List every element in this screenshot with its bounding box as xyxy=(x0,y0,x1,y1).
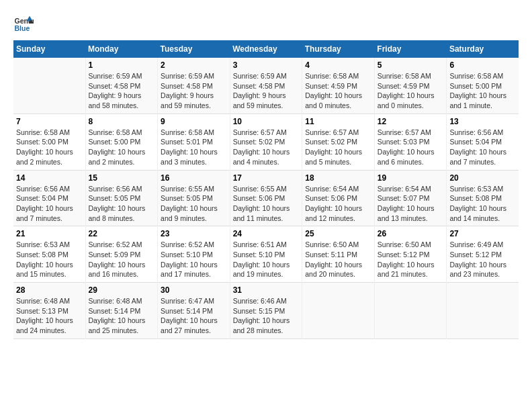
day-number: 1 xyxy=(89,60,155,70)
day-info: Sunrise: 6:58 AMSunset: 4:59 PMDaylight:… xyxy=(378,71,444,111)
day-cell xyxy=(302,283,375,339)
day-number: 16 xyxy=(161,173,227,183)
day-number: 12 xyxy=(378,117,444,126)
day-info: Sunrise: 6:54 AMSunset: 5:07 PMDaylight:… xyxy=(378,184,444,224)
day-info: Sunrise: 6:59 AMSunset: 4:58 PMDaylight:… xyxy=(233,71,300,111)
day-info: Sunrise: 6:59 AMSunset: 4:58 PMDaylight:… xyxy=(161,71,227,111)
day-info: Sunrise: 6:50 AMSunset: 5:11 PMDaylight:… xyxy=(305,240,371,279)
day-cell: 2Sunrise: 6:59 AMSunset: 4:58 PMDaylight… xyxy=(158,58,230,113)
day-cell: 27Sunrise: 6:49 AMSunset: 5:12 PMDayligh… xyxy=(447,226,519,283)
day-cell: 12Sunrise: 6:57 AMSunset: 5:03 PMDayligh… xyxy=(374,113,447,170)
column-header-friday: Friday xyxy=(374,40,447,58)
day-cell: 20Sunrise: 6:53 AMSunset: 5:08 PMDayligh… xyxy=(447,170,519,226)
column-header-saturday: Saturday xyxy=(447,40,519,58)
day-cell xyxy=(374,283,447,339)
day-cell xyxy=(13,58,85,113)
day-number: 9 xyxy=(161,117,227,126)
day-number: 27 xyxy=(449,229,516,238)
day-number: 29 xyxy=(89,285,155,295)
day-info: Sunrise: 6:55 AMSunset: 5:06 PMDaylight:… xyxy=(233,184,300,224)
day-info: Sunrise: 6:58 AMSunset: 5:00 PMDaylight:… xyxy=(16,128,83,167)
day-number: 31 xyxy=(233,285,300,295)
day-info: Sunrise: 6:48 AMSunset: 5:14 PMDaylight:… xyxy=(89,296,155,336)
day-cell: 25Sunrise: 6:50 AMSunset: 5:11 PMDayligh… xyxy=(302,226,375,283)
day-number: 18 xyxy=(305,173,371,183)
day-info: Sunrise: 6:54 AMSunset: 5:06 PMDaylight:… xyxy=(305,184,371,224)
day-cell: 15Sunrise: 6:56 AMSunset: 5:05 PMDayligh… xyxy=(85,170,158,226)
day-info: Sunrise: 6:58 AMSunset: 5:01 PMDaylight:… xyxy=(161,128,227,167)
day-cell: 8Sunrise: 6:58 AMSunset: 5:00 PMDaylight… xyxy=(85,113,158,170)
day-cell: 6Sunrise: 6:58 AMSunset: 5:00 PMDaylight… xyxy=(447,58,519,113)
day-info: Sunrise: 6:53 AMSunset: 5:08 PMDaylight:… xyxy=(449,184,516,224)
day-info: Sunrise: 6:51 AMSunset: 5:10 PMDaylight:… xyxy=(233,240,300,279)
day-number: 14 xyxy=(16,173,83,183)
day-number: 22 xyxy=(89,229,155,238)
day-number: 25 xyxy=(305,229,371,238)
day-info: Sunrise: 6:58 AMSunset: 4:59 PMDaylight:… xyxy=(305,71,371,111)
day-number: 10 xyxy=(233,117,300,126)
day-info: Sunrise: 6:57 AMSunset: 5:02 PMDaylight:… xyxy=(305,128,371,167)
week-row: 7Sunrise: 6:58 AMSunset: 5:00 PMDaylight… xyxy=(13,113,519,170)
day-info: Sunrise: 6:50 AMSunset: 5:12 PMDaylight:… xyxy=(378,240,444,279)
day-info: Sunrise: 6:56 AMSunset: 5:04 PMDaylight:… xyxy=(16,184,83,224)
day-info: Sunrise: 6:48 AMSunset: 5:13 PMDaylight:… xyxy=(16,296,83,336)
day-cell: 31Sunrise: 6:46 AMSunset: 5:15 PMDayligh… xyxy=(230,283,302,339)
day-cell: 29Sunrise: 6:48 AMSunset: 5:14 PMDayligh… xyxy=(85,283,158,339)
calendar-header: SundayMondayTuesdayWednesdayThursdayFrid… xyxy=(13,40,519,58)
day-cell: 3Sunrise: 6:59 AMSunset: 4:58 PMDaylight… xyxy=(230,58,302,113)
day-info: Sunrise: 6:52 AMSunset: 5:10 PMDaylight:… xyxy=(161,240,227,279)
day-cell: 7Sunrise: 6:58 AMSunset: 5:00 PMDaylight… xyxy=(13,113,85,170)
day-cell: 26Sunrise: 6:50 AMSunset: 5:12 PMDayligh… xyxy=(374,226,447,283)
calendar-body: 1Sunrise: 6:59 AMSunset: 4:58 PMDaylight… xyxy=(13,58,519,338)
day-cell: 11Sunrise: 6:57 AMSunset: 5:02 PMDayligh… xyxy=(302,113,375,170)
day-number: 11 xyxy=(305,117,371,126)
day-info: Sunrise: 6:58 AMSunset: 5:00 PMDaylight:… xyxy=(89,128,155,167)
day-cell: 9Sunrise: 6:58 AMSunset: 5:01 PMDaylight… xyxy=(158,113,230,170)
day-number: 2 xyxy=(161,60,227,70)
day-info: Sunrise: 6:57 AMSunset: 5:03 PMDaylight:… xyxy=(378,128,444,167)
day-number: 7 xyxy=(16,117,83,126)
column-header-tuesday: Tuesday xyxy=(158,40,230,58)
day-cell: 13Sunrise: 6:56 AMSunset: 5:04 PMDayligh… xyxy=(447,113,519,170)
day-number: 23 xyxy=(161,229,227,238)
day-cell xyxy=(447,283,519,339)
day-cell: 23Sunrise: 6:52 AMSunset: 5:10 PMDayligh… xyxy=(158,226,230,283)
column-header-thursday: Thursday xyxy=(302,40,375,58)
day-info: Sunrise: 6:56 AMSunset: 5:04 PMDaylight:… xyxy=(449,128,516,167)
day-info: Sunrise: 6:53 AMSunset: 5:08 PMDaylight:… xyxy=(16,240,83,279)
day-number: 6 xyxy=(449,60,516,70)
day-cell: 5Sunrise: 6:58 AMSunset: 4:59 PMDaylight… xyxy=(374,58,447,113)
calendar-table: SundayMondayTuesdayWednesdayThursdayFrid… xyxy=(13,40,519,339)
day-info: Sunrise: 6:57 AMSunset: 5:02 PMDaylight:… xyxy=(233,128,300,167)
day-number: 19 xyxy=(378,173,444,183)
day-cell: 14Sunrise: 6:56 AMSunset: 5:04 PMDayligh… xyxy=(13,170,85,226)
day-info: Sunrise: 6:59 AMSunset: 4:58 PMDaylight:… xyxy=(89,71,155,111)
day-cell: 22Sunrise: 6:52 AMSunset: 5:09 PMDayligh… xyxy=(85,226,158,283)
day-cell: 28Sunrise: 6:48 AMSunset: 5:13 PMDayligh… xyxy=(13,283,85,339)
column-header-sunday: Sunday xyxy=(13,40,85,58)
day-info: Sunrise: 6:47 AMSunset: 5:14 PMDaylight:… xyxy=(161,296,227,336)
day-number: 28 xyxy=(16,285,83,295)
day-info: Sunrise: 6:52 AMSunset: 5:09 PMDaylight:… xyxy=(89,240,155,279)
day-cell: 19Sunrise: 6:54 AMSunset: 5:07 PMDayligh… xyxy=(374,170,447,226)
week-row: 14Sunrise: 6:56 AMSunset: 5:04 PMDayligh… xyxy=(13,170,519,226)
page-header: General Blue xyxy=(13,13,519,34)
day-cell: 4Sunrise: 6:58 AMSunset: 4:59 PMDaylight… xyxy=(302,58,375,113)
day-number: 20 xyxy=(449,173,516,183)
svg-text:Blue: Blue xyxy=(15,24,30,32)
day-number: 21 xyxy=(16,229,83,238)
day-cell: 1Sunrise: 6:59 AMSunset: 4:58 PMDaylight… xyxy=(85,58,158,113)
day-cell: 21Sunrise: 6:53 AMSunset: 5:08 PMDayligh… xyxy=(13,226,85,283)
day-number: 24 xyxy=(233,229,300,238)
day-info: Sunrise: 6:58 AMSunset: 5:00 PMDaylight:… xyxy=(449,71,516,111)
day-info: Sunrise: 6:55 AMSunset: 5:05 PMDaylight:… xyxy=(161,184,227,224)
week-row: 1Sunrise: 6:59 AMSunset: 4:58 PMDaylight… xyxy=(13,58,519,113)
day-cell: 10Sunrise: 6:57 AMSunset: 5:02 PMDayligh… xyxy=(230,113,302,170)
day-cell: 30Sunrise: 6:47 AMSunset: 5:14 PMDayligh… xyxy=(158,283,230,339)
day-number: 8 xyxy=(89,117,155,126)
day-number: 17 xyxy=(233,173,300,183)
header-row: SundayMondayTuesdayWednesdayThursdayFrid… xyxy=(13,40,519,58)
day-number: 13 xyxy=(449,117,516,126)
day-info: Sunrise: 6:46 AMSunset: 5:15 PMDaylight:… xyxy=(233,296,300,336)
day-number: 30 xyxy=(161,285,227,295)
